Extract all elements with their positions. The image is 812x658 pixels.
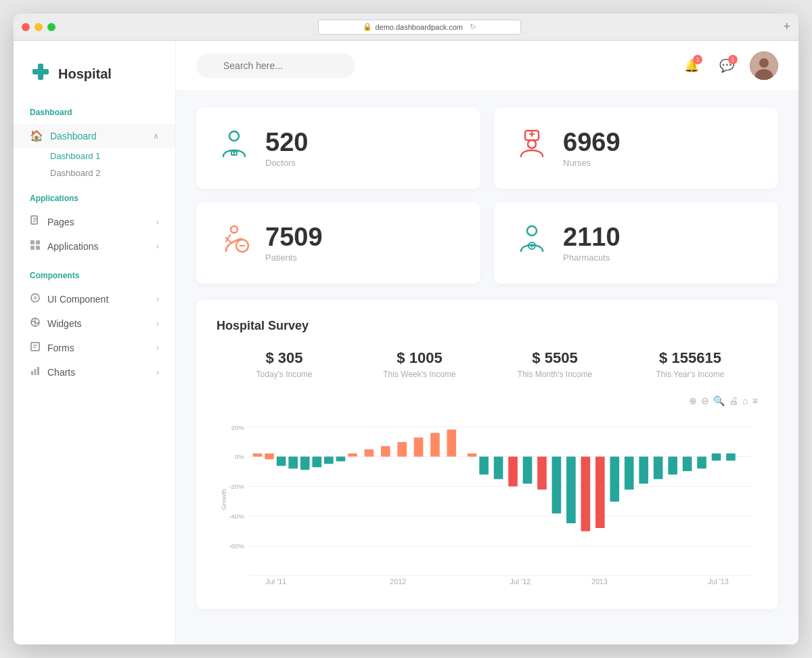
- svg-text:-60%: -60%: [229, 542, 244, 550]
- svg-rect-17: [31, 371, 33, 375]
- app-container: Hospital Dashboard 🏠 Dashboard ∧ Dashboa…: [14, 41, 798, 644]
- sidebar-section-components: Components: [14, 267, 175, 284]
- month-income-label: This Month's Income: [487, 370, 623, 379]
- traffic-lights: [22, 23, 55, 31]
- page-content: 520 Doctors: [176, 91, 798, 626]
- svg-rect-83: [697, 457, 706, 469]
- notification-bell-button[interactable]: 🔔 1: [679, 53, 704, 78]
- close-button[interactable]: [22, 23, 30, 31]
- chevron-right-forms-icon: ›: [156, 343, 159, 353]
- sidebar-item-ui-component[interactable]: UI Component ›: [14, 287, 175, 311]
- maximize-button[interactable]: [47, 23, 55, 31]
- zoom-out-btn[interactable]: ⊖: [701, 395, 709, 406]
- sidebar-sub-item-dashboard1[interactable]: Dashboard 1: [50, 148, 175, 164]
- sidebar-label-charts: Charts: [47, 367, 75, 378]
- svg-rect-69: [494, 457, 503, 479]
- sidebar-sub-item-dashboard2[interactable]: Dashboard 2: [50, 164, 175, 181]
- year-income-label: This Year's Income: [623, 370, 758, 379]
- svg-text:Jul '11: Jul '11: [265, 577, 286, 586]
- svg-rect-70: [508, 457, 518, 487]
- url-input[interactable]: 🔒 demo.dashboardpack.com ↻: [318, 20, 521, 35]
- stats-grid: 520 Doctors: [196, 108, 778, 284]
- print-btn[interactable]: 🖨: [729, 395, 738, 406]
- income-item-month: $ 5505 This Month's Income: [487, 349, 623, 379]
- chat-button[interactable]: 💬 1: [715, 53, 739, 78]
- svg-rect-18: [35, 369, 37, 375]
- svg-rect-61: [365, 449, 374, 457]
- zoom-in-btn[interactable]: ⊕: [689, 395, 697, 406]
- svg-text:Jul '12: Jul '12: [510, 577, 531, 586]
- nurses-count: 6969: [563, 129, 621, 155]
- patients-label: Patients: [265, 253, 323, 263]
- stat-card-pharmacuts: 2110 Pharmacuts: [494, 202, 778, 284]
- charts-icon: [30, 366, 41, 379]
- url-bar: 🔒 demo.dashboardpack.com ↻: [55, 20, 783, 35]
- nurse-icon: [514, 127, 549, 170]
- logo-area: Hospital: [14, 54, 175, 104]
- income-item-today: $ 305 Today's Income: [217, 349, 352, 379]
- svg-rect-80: [654, 457, 663, 479]
- menu-btn[interactable]: ≡: [752, 395, 758, 406]
- svg-point-11: [34, 297, 37, 300]
- sidebar-item-pages[interactable]: Pages ›: [14, 210, 175, 234]
- svg-rect-84: [712, 454, 721, 461]
- add-tab-button[interactable]: +: [783, 20, 790, 34]
- home-btn[interactable]: ⌂: [742, 395, 748, 406]
- sidebar-item-forms[interactable]: Forms ›: [14, 336, 175, 360]
- svg-rect-73: [552, 457, 562, 514]
- main-content: 🔍 🔔 1 💬 1: [176, 41, 798, 644]
- svg-rect-7: [36, 240, 40, 244]
- sidebar-item-applications[interactable]: Applications ›: [14, 234, 175, 259]
- doctors-label: Doctors: [265, 158, 308, 168]
- chart-controls: ⊕ ⊖ 🔍 🖨 ⌂ ≡: [217, 395, 758, 406]
- svg-text:Jul '13: Jul '13: [708, 577, 729, 586]
- svg-rect-53: [265, 454, 274, 460]
- hospital-logo-icon: [30, 61, 51, 83]
- svg-rect-59: [336, 457, 346, 462]
- svg-rect-14: [31, 343, 39, 351]
- sidebar-label-pages: Pages: [47, 217, 74, 227]
- pharmacuts-label: Pharmacuts: [563, 253, 621, 263]
- svg-text:2012: 2012: [390, 577, 406, 586]
- widgets-icon: [30, 317, 41, 330]
- chevron-right-ui-icon: ›: [156, 294, 159, 304]
- avatar-image: [750, 51, 778, 80]
- sidebar-item-widgets[interactable]: Widgets ›: [14, 311, 175, 336]
- svg-text:Growth: Growth: [220, 489, 227, 510]
- reload-icon[interactable]: ↻: [470, 22, 476, 31]
- sidebar: Hospital Dashboard 🏠 Dashboard ∧ Dashboa…: [14, 41, 176, 644]
- zoom-reset-btn[interactable]: 🔍: [713, 395, 725, 406]
- svg-rect-8: [30, 246, 35, 250]
- ui-component-icon: [30, 292, 41, 306]
- svg-point-30: [528, 140, 536, 148]
- today-income-amount: $ 305: [217, 349, 352, 367]
- income-item-week: $ 1005 This Week's Income: [352, 349, 487, 379]
- stat-info-pharmacuts: 2110 Pharmacuts: [563, 224, 621, 263]
- browser-window: 🔒 demo.dashboardpack.com ↻ + Hospital Da…: [14, 14, 798, 644]
- sidebar-label-forms: Forms: [47, 343, 74, 353]
- svg-rect-1: [32, 69, 49, 74]
- user-avatar[interactable]: [750, 51, 778, 80]
- apps-icon: [30, 240, 41, 253]
- chevron-right-pages-icon: ›: [156, 217, 159, 227]
- svg-rect-68: [479, 457, 489, 475]
- sidebar-item-dashboard[interactable]: 🏠 Dashboard ∧: [14, 124, 175, 148]
- week-income-label: This Week's Income: [352, 370, 487, 379]
- svg-rect-66: [447, 430, 456, 457]
- stat-info-nurses: 6969 Nurses: [563, 129, 621, 168]
- chat-badge: 1: [728, 55, 738, 64]
- svg-rect-6: [30, 240, 35, 244]
- sidebar-item-charts[interactable]: Charts ›: [14, 360, 175, 385]
- sidebar-label-widgets: Widgets: [47, 318, 82, 329]
- today-income-label: Today's Income: [217, 370, 352, 379]
- svg-rect-75: [581, 457, 591, 531]
- doctor-icon: [217, 127, 252, 170]
- search-input[interactable]: [196, 53, 355, 78]
- svg-rect-52: [253, 454, 263, 457]
- month-income-amount: $ 5505: [487, 349, 623, 367]
- stat-card-nurses: 6969 Nurses: [494, 108, 778, 189]
- minimize-button[interactable]: [35, 23, 43, 31]
- titlebar: 🔒 demo.dashboardpack.com ↻ +: [14, 14, 798, 41]
- stat-info-doctors: 520 Doctors: [265, 129, 308, 168]
- patient-icon: [217, 221, 252, 265]
